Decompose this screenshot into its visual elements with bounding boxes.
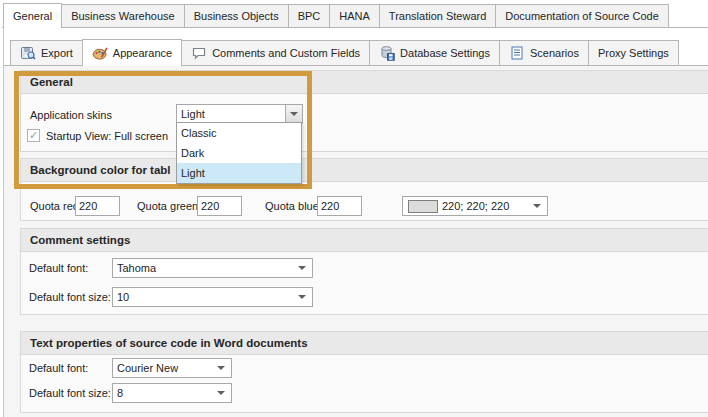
color-swatch <box>408 200 438 213</box>
comments-icon <box>191 45 207 61</box>
startup-fullscreen-label: Startup View: Full screen <box>46 130 168 142</box>
group-word-text-properties-title: Text properties of source code in Word d… <box>21 332 708 355</box>
dropdown-item-dark[interactable]: Dark <box>177 143 301 163</box>
primary-tabrow-divider <box>2 27 708 28</box>
comment-font-size-combobox[interactable]: 10 <box>112 287 313 307</box>
quota-green-label: Quota green <box>137 200 198 212</box>
tab-proxy-settings[interactable]: Proxy Settings <box>588 40 679 65</box>
tab-appearance[interactable]: Appearance <box>82 39 182 66</box>
group-general-title: General <box>21 71 708 94</box>
comment-font-size-value: 10 <box>113 291 296 303</box>
quota-blue-input[interactable] <box>317 196 362 216</box>
group-background-color: Background color for tabl Quota red Quot… <box>20 158 708 221</box>
application-skins-combobox[interactable]: Light <box>176 104 303 124</box>
word-font-size-value: 8 <box>113 387 215 399</box>
word-default-font-value: Courier New <box>113 362 215 374</box>
startup-fullscreen-option: ✓ Startup View: Full screen <box>27 129 168 142</box>
background-color-value: 220; 220; 220 <box>438 200 531 212</box>
chevron-down-icon <box>298 295 306 299</box>
combo-dropdown-button[interactable] <box>285 105 302 123</box>
tab-business-objects[interactable]: Business Objects <box>184 4 289 27</box>
group-background-color-title: Background color for tabl <box>21 159 708 182</box>
tab-general[interactable]: General <box>3 3 62 28</box>
chevron-down-icon <box>217 391 225 395</box>
chevron-down-icon <box>217 366 225 370</box>
primary-tab-bar: General Business Warehouse Business Obje… <box>3 2 668 27</box>
tab-documentation-of-source-code[interactable]: Documentation of Source Code <box>495 4 668 27</box>
tab-database-settings[interactable]: Database Settings <box>369 40 500 65</box>
comment-default-font-label: Default font: <box>29 262 88 274</box>
quota-red-label: Quota red <box>30 200 79 212</box>
tab-scenarios[interactable]: Scenarios <box>499 40 589 65</box>
group-comment-settings-title: Comment settings <box>21 229 708 252</box>
quota-blue-label: Quota blue <box>265 200 319 212</box>
database-settings-icon <box>379 45 395 61</box>
tab-comments-and-custom-fields[interactable]: Comments and Custom Fields <box>181 40 370 65</box>
dropdown-item-light[interactable]: Light <box>177 163 301 183</box>
tab-translation-steward[interactable]: Translation Steward <box>379 4 496 27</box>
tab-bpc[interactable]: BPC <box>288 4 331 27</box>
tab-label: Appearance <box>113 47 172 59</box>
settings-window: General Business Warehouse Business Obje… <box>0 0 708 417</box>
chevron-down-icon <box>298 266 306 270</box>
quota-green-input[interactable] <box>197 196 242 216</box>
export-icon <box>20 45 36 61</box>
group-general: General Application skins Light ✓ Startu… <box>20 70 708 152</box>
word-font-size-label: Default font size: <box>29 387 111 399</box>
application-skins-label: Application skins <box>30 109 112 121</box>
quota-red-input[interactable] <box>75 196 120 216</box>
comment-default-font-value: Tahoma <box>113 262 296 274</box>
group-comment-settings: Comment settings Default font: Tahoma De… <box>20 228 708 315</box>
tab-label: Comments and Custom Fields <box>212 47 360 59</box>
word-default-font-combobox[interactable]: Courier New <box>112 358 232 378</box>
tab-export[interactable]: Export <box>10 40 83 65</box>
tab-hana[interactable]: HANA <box>329 4 380 27</box>
comment-font-size-label: Default font size: <box>29 291 111 303</box>
group-word-text-properties: Text properties of source code in Word d… <box>20 331 708 413</box>
tab-label: Scenarios <box>530 47 579 59</box>
background-color-combobox[interactable]: 220; 220; 220 <box>402 196 548 216</box>
tab-business-warehouse[interactable]: Business Warehouse <box>61 4 185 27</box>
application-skins-dropdown-list: Classic Dark Light <box>176 122 302 184</box>
appearance-icon <box>92 45 108 61</box>
window-left-border <box>3 28 4 417</box>
comment-default-font-combobox[interactable]: Tahoma <box>112 258 313 278</box>
chevron-down-icon <box>290 112 298 116</box>
startup-fullscreen-checkbox[interactable]: ✓ <box>27 129 40 142</box>
tab-label: Export <box>41 47 73 59</box>
scenarios-icon <box>509 45 525 61</box>
word-font-size-combobox[interactable]: 8 <box>112 383 232 403</box>
secondary-tab-bar: Export Appearance Comments and Custom Fi… <box>10 39 678 65</box>
tab-label: Proxy Settings <box>598 47 669 59</box>
chevron-down-icon <box>533 204 541 208</box>
tab-label: Database Settings <box>400 47 490 59</box>
dropdown-item-classic[interactable]: Classic <box>177 123 301 143</box>
application-skins-value: Light <box>177 108 285 120</box>
word-default-font-label: Default font: <box>29 362 88 374</box>
